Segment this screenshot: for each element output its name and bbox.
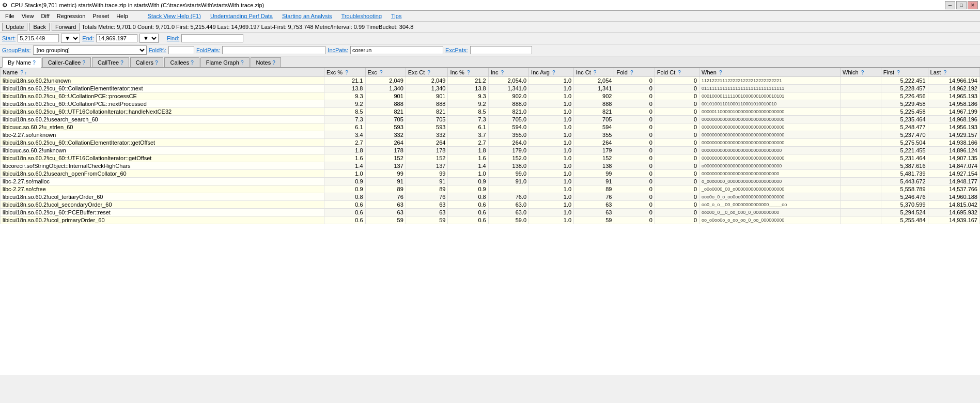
tab-flamegraph-help[interactable]: ? — [241, 60, 244, 66]
table-row[interactable]: libcorecir.so!StringObject::InternalChec… — [1, 162, 980, 170]
tab-caller-callee[interactable]: Caller-Callee ? — [42, 57, 91, 67]
find-input[interactable] — [181, 34, 243, 42]
update-button[interactable]: Update — [2, 23, 27, 31]
tab-calltree[interactable]: CallTree ? — [92, 57, 129, 67]
minimize-button[interactable]: ─ — [945, 1, 955, 9]
table-row[interactable]: libc-2.27.so!unknown3.43323323.7355.01.0… — [1, 131, 980, 139]
col-inc-pct[interactable]: Inc % ? — [448, 68, 488, 77]
table-row[interactable]: libicui18n.so.60.2!icu_60::UCollationPCE… — [1, 100, 980, 108]
tab-flamegraph[interactable]: Flame Graph ? — [200, 57, 250, 67]
foldpct-label[interactable]: Fold%: — [149, 47, 166, 53]
col-first-help[interactable]: ? — [897, 70, 900, 75]
table-row[interactable]: libc-2.27.so!cfree0.989890.91.08900_o0o0… — [1, 185, 980, 193]
table-row[interactable]: libc-2.27.so!malloc0.991910.991.01.09100… — [1, 178, 980, 185]
foldpct-input[interactable] — [168, 46, 194, 54]
end-input[interactable] — [96, 34, 137, 42]
tab-notes-help[interactable]: ? — [272, 60, 275, 66]
table-body: libicui18n.so.60.2!unknown21.12,0492,049… — [1, 77, 980, 224]
col-name[interactable]: Name ? — [1, 68, 324, 77]
table-row[interactable]: libicui18n.so.60.2!icu_60::CollationElem… — [1, 85, 980, 92]
foldpats-input[interactable] — [222, 46, 325, 54]
col-inc-ct[interactable]: Inc Ct ? — [574, 68, 614, 77]
excpats-input[interactable] — [470, 46, 532, 54]
link-troubleshooting[interactable]: Troubleshooting — [337, 12, 386, 20]
tab-callees-help[interactable]: ? — [191, 60, 194, 66]
table-area[interactable]: Name ? Exc % ? Exc ? Exc Ct ? Inc % ? In… — [0, 68, 980, 375]
col-exc-ct-help[interactable]: ? — [427, 70, 430, 75]
menu-view[interactable]: View — [19, 12, 37, 20]
tab-notes[interactable]: Notes ? — [251, 57, 281, 67]
col-name-sort[interactable]: ? — [20, 70, 27, 75]
table-row[interactable]: libicui18n.so.60.2!icu_60::UCollationPCE… — [1, 92, 980, 100]
start-dropdown[interactable]: ▼ — [61, 34, 80, 43]
table-row[interactable]: libicui18n.so.60.2!usearch_openFromColla… — [1, 170, 980, 178]
col-exc-pct[interactable]: Exc % ? — [324, 68, 365, 77]
tab-caller-callee-help[interactable]: ? — [82, 60, 85, 66]
maximize-button[interactable]: □ — [956, 1, 967, 9]
foldpats-label[interactable]: FoldPats: — [196, 47, 220, 53]
tab-byname[interactable]: By Name ? — [2, 57, 41, 68]
col-last[interactable]: Last ? — [928, 68, 979, 77]
col-exc-help[interactable]: ? — [380, 70, 383, 75]
tab-callers[interactable]: Callers ? — [130, 57, 164, 67]
col-exc-ct[interactable]: Exc Ct ? — [406, 68, 448, 77]
col-exc-pct-help[interactable]: ? — [345, 70, 348, 75]
col-which-help[interactable]: ? — [861, 70, 864, 75]
tab-calltree-help[interactable]: ? — [120, 60, 123, 66]
incpats-label[interactable]: IncPats: — [328, 47, 348, 53]
col-inc-pct-help[interactable]: ? — [467, 70, 470, 75]
tab-callees[interactable]: Callees ? — [164, 57, 199, 67]
col-first[interactable]: First ? — [881, 68, 928, 77]
end-label[interactable]: End: — [82, 35, 94, 41]
col-last-help[interactable]: ? — [943, 70, 946, 75]
col-exc[interactable]: Exc ? — [365, 68, 406, 77]
grouppats-label[interactable]: GroupPats: — [2, 47, 31, 53]
table-row[interactable]: libicuuc.so.60.2!u_strlen_606.15935936.1… — [1, 123, 980, 131]
table-row[interactable]: libicui18n.so.60.2!unknown21.12,0492,049… — [1, 77, 980, 85]
table-row[interactable]: libicui18n.so.60.2!icu_60::UTF16Collatio… — [1, 108, 980, 116]
col-inc-ct-help[interactable]: ? — [594, 70, 597, 75]
find-label[interactable]: Find: — [167, 35, 179, 41]
menu-file[interactable]: File — [2, 12, 18, 20]
col-fold[interactable]: Fold ? — [614, 68, 655, 77]
col-fold-ct-help[interactable]: ? — [678, 70, 681, 75]
col-inc-avg-help[interactable]: ? — [552, 70, 555, 75]
tab-calltree-label: CallTree — [98, 59, 119, 66]
table-row[interactable]: libicui18n.so.60.2!ucol_primaryOrder_600… — [1, 216, 980, 224]
table-row[interactable]: libicui18n.so.60.2!ucol_secondaryOrder_6… — [1, 201, 980, 209]
close-button[interactable]: ✕ — [968, 1, 978, 9]
table-row[interactable]: libicuuc.so.60.2!unknown1.81781781.8179.… — [1, 147, 980, 154]
tab-callers-help[interactable]: ? — [155, 60, 158, 66]
link-understanding-perf[interactable]: Understanding Perf Data — [206, 12, 277, 20]
menu-regression[interactable]: Regression — [54, 12, 89, 20]
col-when[interactable]: When ? — [699, 68, 841, 77]
forward-button[interactable]: Forward — [52, 23, 80, 31]
end-dropdown[interactable]: ▼ — [139, 34, 159, 43]
incpats-input[interactable] — [350, 46, 443, 54]
link-stack-view-help[interactable]: Stack View Help (F1) — [144, 12, 205, 20]
table-row[interactable]: libicui18n.so.60.2!icu_60::CollationElem… — [1, 139, 980, 147]
tab-byname-help[interactable]: ? — [33, 60, 36, 66]
start-input[interactable] — [18, 34, 59, 42]
col-inc[interactable]: Inc ? — [488, 68, 528, 77]
grouppats-select[interactable]: [no grouping] — [33, 45, 147, 55]
back-button[interactable]: Back — [29, 23, 49, 31]
col-which[interactable]: Which ? — [841, 68, 881, 77]
col-fold-ct[interactable]: Fold Ct ? — [655, 68, 699, 77]
excpats-label[interactable]: ExcPats: — [445, 47, 468, 53]
menu-help[interactable]: Help — [113, 12, 131, 20]
menu-diff[interactable]: Diff — [38, 12, 52, 20]
table-row[interactable]: libicui18n.so.60.2!usearch_search_607.37… — [1, 116, 980, 123]
toolbar-totals: Totals Metric: 9,701.0 Count: 9,701.0 Fi… — [82, 24, 413, 30]
start-label[interactable]: Start: — [2, 35, 15, 41]
col-inc-avg[interactable]: Inc Avg ? — [529, 68, 574, 77]
col-inc-help[interactable]: ? — [501, 70, 504, 75]
menu-preset[interactable]: Preset — [89, 12, 112, 20]
table-row[interactable]: libicui18n.so.60.2!icu_60::UTF16Collatio… — [1, 154, 980, 162]
col-when-help[interactable]: ? — [719, 70, 722, 75]
link-tips[interactable]: Tips — [387, 12, 406, 20]
table-row[interactable]: libicui18n.so.60.2!icu_60::PCEBuffer::re… — [1, 209, 980, 216]
col-fold-help[interactable]: ? — [630, 70, 633, 75]
link-starting-analysis[interactable]: Starting an Analysis — [278, 12, 336, 20]
table-row[interactable]: libicui18n.so.60.2!ucol_tertiaryOrder_60… — [1, 193, 980, 201]
